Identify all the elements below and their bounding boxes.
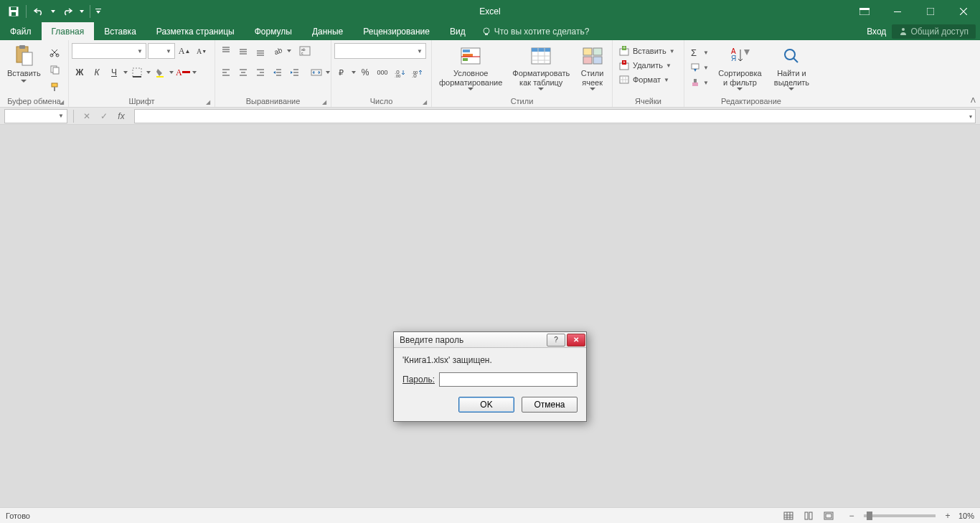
close-icon[interactable] (947, 0, 980, 22)
group-number: ▼ ₽ % 000 .0.00 .00.0 Число◢ (331, 40, 432, 107)
clipboard-launcher-icon[interactable]: ◢ (60, 99, 64, 105)
ribbon-display-icon[interactable] (848, 0, 881, 22)
tab-review[interactable]: Рецензирование (353, 22, 440, 40)
align-center-icon[interactable] (235, 65, 251, 80)
sign-in[interactable]: Вход (867, 27, 886, 37)
bold-button[interactable]: Ж (72, 65, 88, 80)
minimize-icon[interactable] (881, 0, 914, 22)
formula-bar: ▼ ✕ ✓ fx ▾ (0, 108, 980, 125)
tell-me[interactable]: Что вы хотите сделать? (481, 22, 590, 40)
normal-view-icon[interactable] (779, 509, 798, 522)
ok-button[interactable]: OK (458, 397, 514, 413)
copy-icon[interactable] (47, 62, 62, 77)
tab-page-layout[interactable]: Разметка страницы (146, 22, 245, 40)
delete-cells-button[interactable]: × Удалить▼ (616, 59, 674, 72)
page-layout-view-icon[interactable] (799, 509, 818, 522)
tab-insert[interactable]: Вставка (94, 22, 146, 40)
border-dd-icon[interactable] (146, 71, 151, 74)
merge-dd-icon[interactable] (326, 71, 330, 74)
grow-font-icon[interactable]: A▲ (176, 43, 192, 59)
tab-home[interactable]: Главная (42, 22, 95, 40)
formula-input[interactable]: ▾ (134, 109, 976, 123)
format-painter-icon[interactable] (47, 79, 62, 95)
undo-dropdown-icon[interactable] (50, 4, 57, 19)
fontcolor-dd-icon[interactable] (192, 71, 197, 74)
undo-icon[interactable] (31, 4, 47, 19)
percent-icon[interactable]: % (357, 65, 373, 80)
dialog-help-icon[interactable]: ? (547, 334, 565, 347)
zoom-out-icon[interactable]: − (847, 511, 857, 521)
clear-button[interactable]: ▼ (687, 76, 712, 89)
comma-style-icon[interactable]: 000 (374, 65, 390, 80)
decrease-decimal-icon[interactable]: .00.0 (409, 65, 425, 80)
align-bottom-icon[interactable] (253, 43, 268, 59)
increase-decimal-icon[interactable]: .0.00 (392, 65, 407, 80)
conditional-formatting-button[interactable]: Условное форматирование (435, 43, 507, 92)
password-input[interactable] (439, 372, 578, 387)
paste-button[interactable]: Вставить (3, 43, 45, 84)
wrap-text-icon[interactable]: abc (297, 43, 313, 59)
tab-formulas[interactable]: Формулы (245, 22, 302, 40)
increase-indent-icon[interactable] (287, 65, 303, 80)
italic-button[interactable]: К (89, 65, 105, 80)
collapse-ribbon-icon[interactable]: ᐱ (971, 96, 976, 104)
align-left-icon[interactable] (218, 65, 234, 80)
font-size-combo[interactable]: ▼ (148, 43, 175, 59)
decrease-indent-icon[interactable] (270, 65, 286, 80)
tab-view[interactable]: Вид (440, 22, 476, 40)
orientation-dd-icon[interactable] (287, 50, 291, 52)
border-icon[interactable] (129, 65, 145, 80)
font-color-icon[interactable]: A (175, 65, 191, 80)
group-clipboard: Вставить Буфер обмена◢ (0, 40, 69, 107)
qat-customize-icon[interactable] (95, 4, 102, 19)
name-box[interactable]: ▼ (4, 109, 67, 123)
cancel-button[interactable]: Отмена (522, 397, 578, 413)
enter-formula-icon[interactable]: ✓ (97, 109, 111, 123)
fill-color-icon[interactable] (152, 65, 168, 80)
format-cells-button[interactable]: Формат▼ (616, 73, 672, 86)
tab-data[interactable]: Данные (302, 22, 353, 40)
maximize-icon[interactable] (914, 0, 947, 22)
font-name-combo[interactable]: ▼ (72, 43, 146, 59)
insert-cells-button[interactable]: + Вставить▼ (616, 44, 678, 57)
expand-formula-icon[interactable]: ▾ (969, 113, 972, 119)
fill-button[interactable]: ▼ (687, 61, 712, 74)
share-label: Общий доступ (910, 27, 969, 37)
svg-rect-80 (692, 64, 699, 69)
number-format-combo[interactable]: ▼ (334, 43, 426, 59)
redo-icon[interactable] (60, 4, 75, 19)
orientation-icon[interactable]: ab (270, 43, 286, 59)
align-middle-icon[interactable] (235, 43, 251, 59)
cancel-formula-icon[interactable]: ✕ (80, 109, 94, 123)
share-icon (899, 27, 908, 36)
font-launcher-icon[interactable]: ◢ (206, 99, 210, 105)
tab-file[interactable]: Файл (0, 22, 42, 40)
underline-dd-icon[interactable] (123, 71, 128, 74)
number-launcher-icon[interactable]: ◢ (423, 99, 427, 105)
cell-styles-button[interactable]: Стили ячеек (575, 43, 609, 92)
dialog-titlebar[interactable]: Введите пароль ? ✕ (394, 332, 586, 348)
shrink-font-icon[interactable]: A▼ (194, 43, 209, 59)
zoom-slider[interactable] (864, 514, 936, 517)
merge-center-icon[interactable] (308, 65, 324, 80)
align-top-icon[interactable] (218, 43, 234, 59)
underline-button[interactable]: Ч (106, 65, 122, 80)
autosum-button[interactable]: Σ▼ (687, 46, 712, 59)
zoom-level[interactable]: 10% (958, 512, 974, 520)
page-break-view-icon[interactable] (819, 509, 838, 522)
cut-icon[interactable] (47, 44, 62, 60)
sort-filter-button[interactable]: AЯ Сортировка и фильтр (713, 43, 767, 92)
insert-function-icon[interactable]: fx (114, 109, 128, 123)
zoom-in-icon[interactable]: + (943, 511, 953, 521)
save-icon[interactable] (6, 4, 22, 19)
align-right-icon[interactable] (253, 65, 268, 80)
format-as-table-button[interactable]: Форматировать как таблицу (508, 43, 574, 92)
accounting-format-icon[interactable]: ₽ (334, 65, 350, 80)
fillcolor-dd-icon[interactable] (169, 71, 174, 74)
share-button[interactable]: Общий доступ (892, 24, 976, 39)
dialog-close-icon[interactable]: ✕ (567, 334, 585, 347)
find-select-button[interactable]: Найти и выделить (768, 43, 815, 92)
redo-dropdown-icon[interactable] (78, 4, 85, 19)
currency-dd-icon[interactable] (352, 71, 356, 74)
alignment-launcher-icon[interactable]: ◢ (322, 99, 326, 105)
